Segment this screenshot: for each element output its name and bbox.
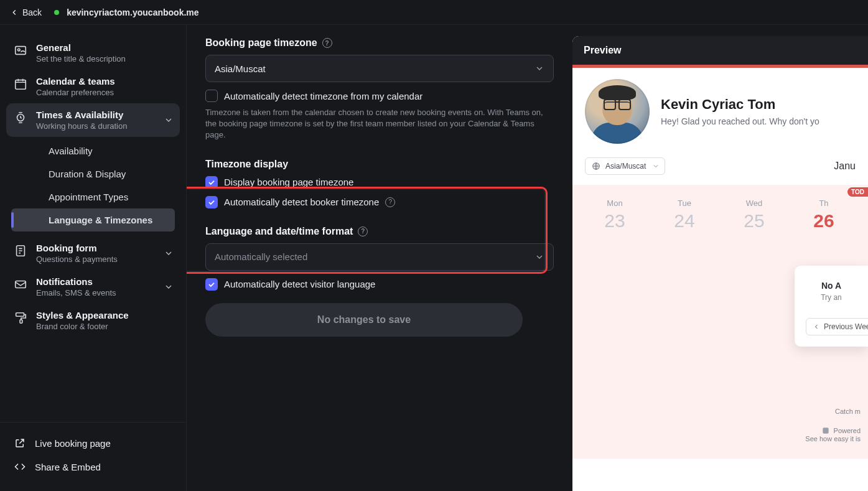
save-label: No changes to save xyxy=(317,314,411,325)
checkbox-checked-icon[interactable] xyxy=(205,196,218,208)
page-domain: kevincyriactom.youcanbook.me xyxy=(67,7,198,17)
preview-timezone-select[interactable]: Asia/Muscat xyxy=(585,157,665,175)
day-number: 26 xyxy=(789,210,859,231)
sidebar-item-label: Times & Availability xyxy=(36,110,127,120)
sidebar-item-label: Styles & Appearance xyxy=(36,310,129,320)
paint-roller-icon xyxy=(14,311,27,325)
day-column: Tue 24 xyxy=(650,192,719,459)
save-button: No changes to save xyxy=(205,303,523,337)
language-format-block: Language and date/time format ? Automati… xyxy=(205,226,554,291)
sidebar-sub-language-timezones[interactable]: Language & Timezones xyxy=(11,208,175,231)
sidebar-item-sub: Calendar preferences xyxy=(36,88,115,97)
day-weekday: Th xyxy=(789,199,859,208)
previous-week-label: Previous Weel xyxy=(824,322,868,331)
sidebar-item-styles-appearance[interactable]: Styles & Appearance Brand color & footer xyxy=(6,304,180,337)
live-booking-label: Live booking page xyxy=(35,438,111,449)
sidebar-sub-availability[interactable]: Availability xyxy=(11,139,175,162)
language-select[interactable]: Automatically selected xyxy=(205,243,554,271)
sidebar-item-sub: Working hours & duration xyxy=(36,121,127,131)
back-button[interactable]: Back xyxy=(10,7,42,17)
day-number: 23 xyxy=(580,210,650,231)
sidebar-item-notifications[interactable]: Notifications Emails, SMS & events xyxy=(6,270,180,304)
timezone-value: Asia/Muscat xyxy=(215,63,266,74)
day-number: 24 xyxy=(650,210,719,231)
chevron-down-icon xyxy=(164,282,174,292)
chevron-left-icon xyxy=(10,8,19,17)
svg-rect-6 xyxy=(16,313,24,317)
checkbox-checked-icon[interactable] xyxy=(205,278,218,291)
help-icon[interactable]: ? xyxy=(322,38,332,48)
help-icon[interactable]: ? xyxy=(358,227,368,236)
chevron-left-icon xyxy=(813,323,820,330)
display-page-tz-row[interactable]: Display booking page timezone xyxy=(205,176,554,189)
auto-detect-booker-label: Automatically detect booker timezone xyxy=(224,197,379,207)
booking-timezone-block: Booking page timezone ? Asia/Muscat Auto… xyxy=(205,37,554,141)
avatar xyxy=(585,79,650,144)
display-page-tz-label: Display booking page timezone xyxy=(224,177,353,187)
status-dot-icon xyxy=(54,10,59,15)
sidebar-item-calendar-teams[interactable]: Calendar & teams Calendar preferences xyxy=(6,70,180,103)
svg-rect-9 xyxy=(823,428,828,433)
day-weekday: Tue xyxy=(650,199,719,208)
svg-rect-2 xyxy=(16,80,26,90)
today-badge: TOD xyxy=(847,187,868,197)
booking-timezone-title: Booking page timezone xyxy=(205,37,317,49)
preview-timezone-value: Asia/Muscat xyxy=(605,162,646,171)
day-number: 25 xyxy=(719,210,789,231)
code-icon xyxy=(14,461,26,472)
auto-detect-timezone-label: Automatically detect timezone from my ca… xyxy=(224,91,422,101)
share-embed-link[interactable]: Share & Embed xyxy=(6,455,180,479)
sidebar-item-sub: Set the title & description xyxy=(36,54,126,63)
auto-detect-timezone-row[interactable]: Automatically detect timezone from my ca… xyxy=(205,90,554,102)
sidebar-item-general[interactable]: General Set the title & description xyxy=(6,36,180,70)
preview-greeting: Hey! Glad you reached out. Why don't yo xyxy=(661,116,819,126)
timezone-hint: Timezone is taken from the calendar chos… xyxy=(205,107,554,141)
sidebar-sub-duration[interactable]: Duration & Display xyxy=(11,162,175,185)
previous-week-button[interactable]: Previous Weel xyxy=(806,318,868,335)
mail-icon xyxy=(14,278,27,291)
preview-footer: Catch m Powered See how easy it is xyxy=(805,408,861,442)
id-card-icon xyxy=(14,44,27,57)
sidebar-item-times-availability[interactable]: Times & Availability Working hours & dur… xyxy=(6,103,180,137)
back-label: Back xyxy=(22,7,42,17)
day-column: Mon 23 xyxy=(580,192,650,459)
preview-footer-catch: Catch m xyxy=(805,408,861,415)
preview-availability-card: No A Try an Previous Weel xyxy=(795,266,868,347)
chevron-down-icon xyxy=(534,252,544,262)
form-icon xyxy=(14,244,27,258)
auto-detect-booker-row[interactable]: Automatically detect booker timezone ? xyxy=(205,196,554,208)
preview-month: Janu xyxy=(834,161,856,172)
sidebar-item-sub: Emails, SMS & events xyxy=(36,288,116,297)
auto-detect-visitor-lang-label: Automatically detect visitor language xyxy=(224,279,375,289)
timezone-select[interactable]: Asia/Muscat xyxy=(205,55,554,82)
sidebar-item-booking-form[interactable]: Booking form Questions & payments xyxy=(6,236,180,270)
calendar-icon xyxy=(14,77,27,91)
svg-rect-7 xyxy=(20,320,22,324)
day-weekday: Wed xyxy=(719,199,789,208)
day-column: Wed 25 xyxy=(719,192,789,459)
checkbox-unchecked-icon[interactable] xyxy=(205,90,218,102)
checkbox-checked-icon[interactable] xyxy=(205,176,218,189)
sidebar-subnav: Availability Duration & Display Appointm… xyxy=(6,137,180,236)
sidebar-sub-appointment-types[interactable]: Appointment Types xyxy=(11,185,175,208)
sidebar-item-sub: Brand color & footer xyxy=(36,322,129,331)
svg-rect-5 xyxy=(16,281,26,288)
preview-title: Preview xyxy=(572,36,868,65)
chevron-down-icon xyxy=(652,162,660,170)
preview-calendar: TOD Mon 23 Tue 24 Wed 25 Th 26 No A Try … xyxy=(572,185,868,459)
help-icon[interactable]: ? xyxy=(385,197,395,207)
language-format-title: Language and date/time format xyxy=(205,226,353,237)
chevron-down-icon xyxy=(534,63,544,73)
day-weekday: Mon xyxy=(580,199,650,208)
sidebar-item-label: Booking form xyxy=(36,243,118,253)
chevron-down-icon xyxy=(164,115,174,125)
auto-detect-visitor-lang-row[interactable]: Automatically detect visitor language xyxy=(205,278,554,291)
svg-rect-0 xyxy=(16,47,26,55)
language-value: Automatically selected xyxy=(215,251,307,262)
preview-pane: Preview Kevin Cyriac Tom Hey! Glad you r… xyxy=(572,36,868,491)
card-subtitle: Try an xyxy=(806,293,857,302)
svg-point-1 xyxy=(17,49,20,51)
sidebar: General Set the title & description Cale… xyxy=(0,25,187,491)
live-booking-page-link[interactable]: Live booking page xyxy=(6,431,180,455)
main-content: Booking page timezone ? Asia/Muscat Auto… xyxy=(187,25,572,491)
